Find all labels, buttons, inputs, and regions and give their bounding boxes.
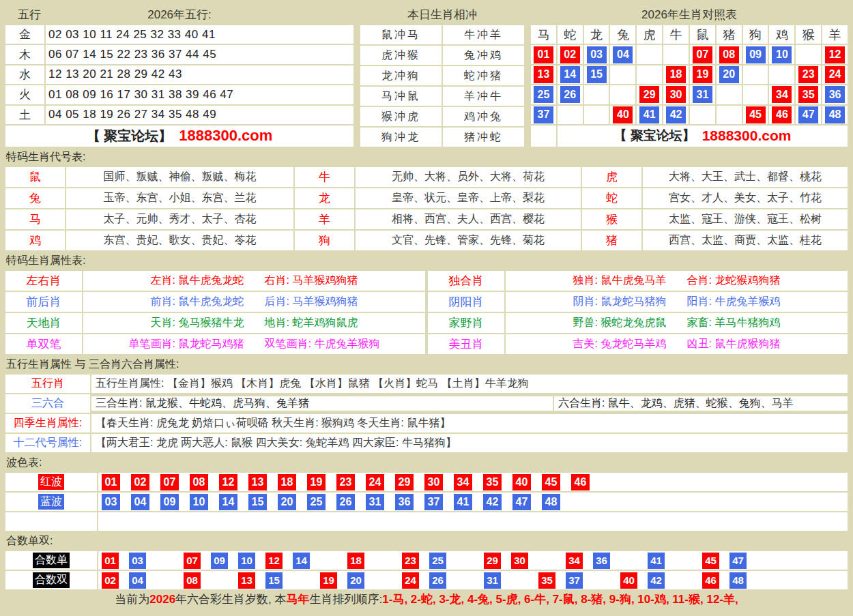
clash-cell: 马冲鼠 <box>360 87 442 106</box>
zodiac-number-cell: 32 <box>717 85 742 104</box>
number-box: 27 <box>587 86 607 103</box>
clash-cell: 蛇冲猪 <box>443 66 524 85</box>
clash-cell: 牛冲羊 <box>443 25 524 44</box>
number-box: 05 <box>639 46 659 63</box>
number-box: 43 <box>675 553 692 569</box>
number-box: 44 <box>719 106 739 123</box>
codebook-codenames: 文官、先锋、管家、先锋、菊花 <box>356 231 581 250</box>
number-box: 47 <box>798 106 818 123</box>
attribute-values: 左肖: 鼠牛虎兔龙蛇右肖: 马羊猴鸡狗猪 <box>83 271 425 291</box>
number-box: 38 <box>560 106 580 123</box>
number-box: 06 <box>156 572 173 589</box>
top-section: 五行 2026年五行: 金02 03 10 11 24 25 32 33 40 … <box>5 5 848 147</box>
combo-label: 三六合 <box>5 394 90 413</box>
clash-header: 本日生肖相冲 <box>360 5 524 24</box>
zodiac-number-cell: 05 <box>637 45 662 63</box>
number-box: 10 <box>238 553 255 569</box>
number-box: 07 <box>184 553 201 569</box>
zodiac-number-cell: 06 <box>663 45 689 63</box>
number-box: 21 <box>375 553 392 569</box>
footer-note-part: 当前为 <box>115 591 149 607</box>
number-box: 30 <box>424 474 443 490</box>
number-box: 40 <box>620 572 637 589</box>
zodiac-number-cell: 20 <box>717 65 742 84</box>
number-box: 06 <box>131 514 149 530</box>
forum-domain: 1888300.com <box>179 127 272 145</box>
attribute-part: 独肖: 鼠牛虎兔马羊 <box>573 274 667 288</box>
zodiac-number-cell: 36 <box>822 85 848 104</box>
element-label: 金 <box>5 25 44 44</box>
zodiac-number-cell: 23 <box>796 65 821 84</box>
number-box: 45 <box>542 474 560 490</box>
codebook-codenames: 玉帝、东宫、小姐、东宫、兰花 <box>66 188 293 208</box>
zodiac-number-cell: 02 <box>558 45 583 63</box>
codebook-zodiac: 龙 <box>295 188 354 208</box>
zodiac-label: 羊 <box>822 25 848 44</box>
attribute-values: 独肖: 鼠牛虎兔马羊合肖: 龙蛇猴鸡狗猪 <box>506 271 848 291</box>
clash-cell: 兔冲鸡 <box>443 46 524 65</box>
zodiac-number-cell: 31 <box>690 85 715 104</box>
attribute-values: 吉美: 兔龙蛇马羊鸡凶丑: 鼠牛虎猴狗猪 <box>506 334 848 354</box>
zodiac-number-cell: 15 <box>584 65 609 84</box>
wave-table-title: 波色表: <box>5 452 848 473</box>
number-box: 06 <box>666 46 686 63</box>
wave-label-cell: 蓝波 <box>5 493 97 511</box>
wave-table: 红波0102070812131819232429303435404546蓝波03… <box>5 473 848 531</box>
zodiac-label: 猪 <box>717 25 742 44</box>
number-box: 18 <box>666 66 686 83</box>
number-box: 23 <box>336 474 355 490</box>
attribute-values: 前肖: 鼠牛虎兔龙蛇后肖: 马羊猴鸡狗猪 <box>83 292 425 312</box>
number-box: 25 <box>307 494 326 510</box>
number-box: 03 <box>587 46 607 63</box>
codebook-table: 鼠国师、叛贼、神偷、叛贼、梅花牛无帅、大将、员外、大将、荷花虎大将、大王、武士、… <box>5 167 848 250</box>
codebook-codenames: 皇帝、状元、皇帝、上帝、梨花 <box>356 188 581 208</box>
codebook-codenames: 太子、元帅、秀才、太子、杏花 <box>66 209 293 229</box>
number-box: 11 <box>798 46 818 63</box>
zodiac-number-cell: 47 <box>796 106 821 124</box>
sum-parity-table: 合数单0103050709101214161821232527293032343… <box>5 551 848 589</box>
zodiac-label: 鸡 <box>769 25 794 44</box>
combo-value: 五行生肖属性: 【金肖】猴鸡 【木肖】虎兔 【水肖】鼠猪 【火肖】蛇马 【土肖】… <box>91 375 848 393</box>
codebook-codenames: 东宫、贵妃、歌女、贵妃、苓花 <box>66 231 293 250</box>
number-box: 47 <box>729 553 747 569</box>
number-box: 37 <box>566 572 583 589</box>
number-box: 25 <box>534 86 553 103</box>
number-box: 42 <box>483 494 502 510</box>
zodiac-label: 兔 <box>610 25 635 44</box>
number-box: 02 <box>560 46 580 63</box>
zodiac-number-cell: 08 <box>717 45 742 63</box>
number-box: 13 <box>238 572 255 589</box>
number-box: 29 <box>395 474 414 490</box>
number-box: 12 <box>265 553 283 569</box>
number-box: 23 <box>798 66 818 83</box>
zodiac-number-cell: 07 <box>690 45 715 63</box>
number-box: 32 <box>366 514 384 530</box>
number-box: 04 <box>129 572 146 589</box>
attribute-label: 天地肖 <box>5 313 82 333</box>
codebook-zodiac: 羊 <box>295 209 354 229</box>
number-box: 08 <box>190 474 208 490</box>
number-box: 23 <box>402 553 419 569</box>
clash-cell: 鸡冲兔 <box>443 107 524 126</box>
number-box: 49 <box>542 514 560 530</box>
zodiac-number-cell: 49 <box>531 126 556 147</box>
number-box: 46 <box>571 474 590 490</box>
attribute-part: 单笔画肖: 鼠龙蛇马鸡猪 <box>129 337 244 351</box>
number-box: 26 <box>429 572 446 589</box>
combo-value: 三合生肖: 鼠龙猴、牛蛇鸡、虎马狗、兔羊猪 <box>91 396 553 411</box>
attribute-values: 单笔画肖: 鼠龙蛇马鸡猪双笔画肖: 牛虎兔羊猴狗 <box>83 334 425 354</box>
zodiac-number-cell: 19 <box>690 65 715 84</box>
zodiac-chart-table: 2026年生肖对照表 马蛇龙兔虎牛鼠猪狗鸡猴羊 0102030405060708… <box>531 5 848 147</box>
number-box: 35 <box>538 572 555 589</box>
number-box: 01 <box>102 553 119 569</box>
attributes-table-right: 独合肖独肖: 鼠牛虎兔马羊合肖: 龙蛇猴鸡狗猪阴阳肖阴肖: 鼠龙蛇马猪狗阳肖: … <box>428 271 848 354</box>
attribute-part: 右肖: 马羊猴鸡狗猪 <box>265 274 358 288</box>
clash-cell: 猪冲蛇 <box>443 128 524 147</box>
combo-value: 【两大君王: 龙虎 两大恶人: 鼠猴 四大美女: 兔蛇羊鸡 四大家臣: 牛马猪狗… <box>91 434 848 452</box>
sum-label-cell: 合数单 <box>5 551 97 570</box>
zodiac-number-cell: 44 <box>717 106 742 124</box>
wave-label: 红波 <box>38 474 64 490</box>
zodiac-number-cell: 26 <box>558 85 583 104</box>
number-box: 32 <box>538 553 555 569</box>
zodiac-label: 马 <box>531 25 556 44</box>
